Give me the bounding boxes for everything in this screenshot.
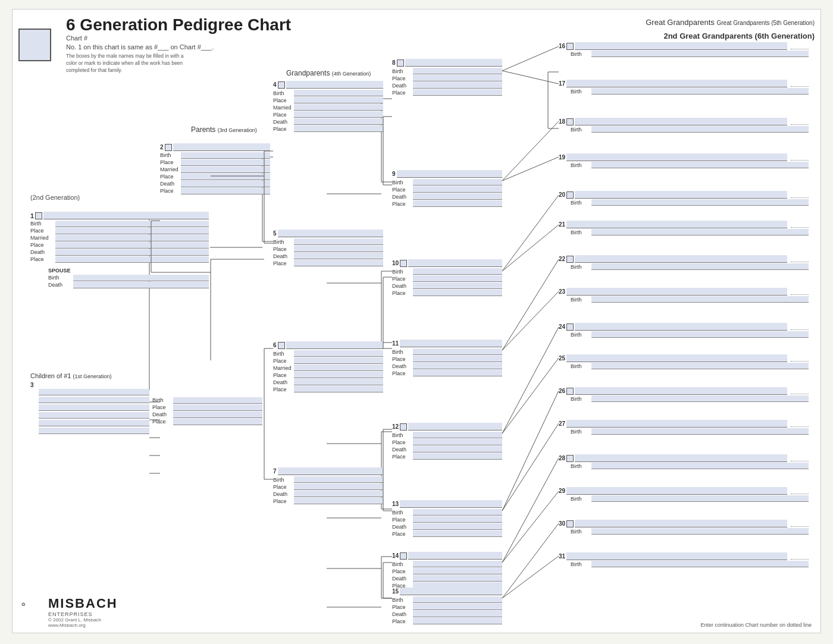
svg-line-45 — [502, 358, 559, 433]
birth-label-1: Birth — [30, 221, 55, 227]
person-16: 16 Birth — [559, 42, 809, 57]
person-24: 24 Birth — [559, 323, 809, 338]
person-26: 26 Birth — [559, 387, 809, 402]
svg-line-43 — [502, 291, 559, 350]
person-3: Birth Place Death Place — [152, 396, 262, 425]
death-label-1: Death — [30, 249, 55, 256]
website: www.Misbach.org — [48, 623, 118, 628]
place-label-1c: Place — [30, 256, 55, 263]
married-label-1: Married — [30, 235, 55, 241]
place-label-3: Place — [152, 404, 173, 411]
logo-name: MISBACH — [48, 596, 118, 611]
person-30: 30 Birth — [559, 520, 809, 535]
box-note: The boxes by the male names may be fille… — [66, 53, 191, 74]
place-field-2a[interactable] — [181, 159, 270, 166]
svg-line-51 — [502, 556, 559, 598]
svg-line-39 — [502, 157, 559, 181]
place-field-1b[interactable] — [55, 242, 209, 249]
spouse-label: SPOUSE — [48, 268, 71, 274]
child-line-4[interactable] — [39, 412, 149, 419]
person-4: 4 Birth Place Married Place Death Place — [273, 81, 383, 132]
place-field-1a[interactable] — [55, 228, 209, 234]
svg-line-42 — [502, 259, 559, 350]
logo-enterprises: ENTERPRISES — [48, 611, 118, 617]
birth-field-1[interactable] — [55, 221, 209, 227]
spouse-death-field[interactable] — [73, 282, 209, 288]
right-connectors — [12, 10, 821, 633]
child-line-5[interactable] — [39, 420, 149, 426]
copyright: © 2002 Grant L. Misbach — [48, 617, 118, 623]
svg-line-49 — [502, 491, 559, 563]
person-21: 21 Birth — [559, 221, 809, 235]
person-17: 17 Birth — [559, 80, 809, 95]
person-5: 5 Birth Place Death Place — [273, 230, 383, 266]
person-2-checkbox[interactable] — [165, 144, 172, 151]
person-2-name[interactable] — [173, 143, 270, 151]
person-29: 29 Birth — [559, 487, 809, 502]
child-line-3[interactable] — [39, 404, 149, 411]
place-field-1c[interactable] — [55, 256, 209, 263]
person-27: 27 Birth — [559, 420, 809, 435]
person-4-checkbox[interactable] — [278, 81, 285, 89]
child-line-1[interactable] — [39, 389, 149, 395]
person-18: 18 Birth — [559, 118, 809, 133]
person-1-name[interactable] — [43, 212, 209, 219]
person-23: 23 Birth — [559, 288, 809, 303]
place-field-2b[interactable] — [181, 174, 270, 180]
person-22: 22 Birth — [559, 255, 809, 270]
spouse-birth-label: Birth — [48, 275, 73, 281]
spouse-birth-field[interactable] — [73, 275, 209, 281]
death-field-1[interactable] — [55, 249, 209, 256]
parents-label: Parents (3rd Generation) — [191, 125, 257, 134]
person-1: (2nd Generation) 1 Birth Place Married P… — [30, 194, 209, 288]
person-20: 20 Birth — [559, 191, 809, 206]
svg-line-44 — [502, 327, 559, 433]
person-1-checkbox[interactable] — [35, 212, 42, 219]
svg-line-41 — [502, 225, 559, 271]
person-2: 2 Birth Place Married Place Death Place — [160, 143, 270, 194]
person-6: 6 Birth Place Married Place Death Place — [273, 341, 383, 392]
place-field-3[interactable] — [173, 404, 262, 411]
svg-line-46 — [502, 391, 559, 511]
child-line-2[interactable] — [39, 397, 149, 403]
person-12: 12 Birth Place Death Place — [392, 423, 502, 460]
person-11: 11 Birth Place Death Place — [392, 340, 502, 376]
married-field-2[interactable] — [181, 167, 270, 173]
children-section: Children of #1 (1st Generation) 3 — [30, 372, 149, 435]
birth-field-2[interactable] — [181, 152, 270, 159]
person-14: 14 Birth Place Death Place — [392, 552, 502, 589]
place-field-2c[interactable] — [181, 188, 270, 194]
person-13: 13 Birth Place Death Place — [392, 500, 502, 537]
married-field-1[interactable] — [55, 235, 209, 241]
place-field-3b[interactable] — [173, 419, 262, 425]
birth-field-3[interactable] — [173, 397, 262, 404]
person-5-name[interactable] — [278, 230, 383, 237]
person-15: 15 Birth Place Death Place — [392, 588, 502, 624]
spouse-death-label: Death — [48, 282, 73, 288]
person-3-number: 3 — [30, 382, 37, 388]
place-label-3b: Place — [152, 419, 173, 425]
person-10: 10 Birth Place Death Place — [392, 259, 502, 296]
child-line-6[interactable] — [39, 428, 149, 434]
2nd-great-grandparents-label: 2nd Great Grandparents (6th Generation) — [646, 29, 815, 43]
person-1-number: 1 — [30, 212, 34, 219]
death-field-2[interactable] — [181, 181, 270, 187]
grandparents-label: Grandparents (4th Generation) — [286, 69, 371, 77]
birth-label-3: Birth — [152, 397, 173, 404]
person-6-checkbox[interactable] — [278, 342, 285, 349]
birth-field-5[interactable] — [294, 238, 383, 245]
death-field-5[interactable] — [294, 253, 383, 259]
chart-box — [18, 29, 51, 61]
person-8: 8 Birth Place Death Place — [392, 59, 502, 96]
place-field-5a[interactable] — [294, 246, 383, 252]
chart-title: 6 Generation Pedigree Chart — [66, 15, 291, 34]
svg-line-50 — [502, 523, 559, 598]
chart-number: Chart # — [66, 34, 291, 42]
logo-area: ✿ MISBACH ENTERPRISES © 2002 Grant L. Mi… — [21, 596, 118, 628]
person-4-name[interactable] — [286, 81, 383, 89]
death-field-3[interactable] — [173, 411, 262, 418]
great-grandparents-label: Great Grandparents Great Grandparents (5… — [646, 15, 815, 29]
place-field-5b[interactable] — [294, 260, 383, 266]
person-25: 25 Birth — [559, 354, 809, 369]
person-19: 19 Birth — [559, 153, 809, 168]
